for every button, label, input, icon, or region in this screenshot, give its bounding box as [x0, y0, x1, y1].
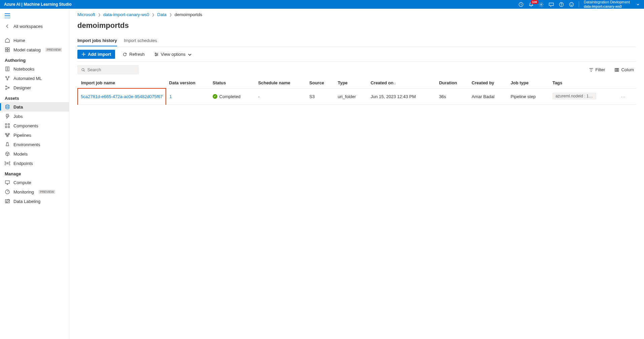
job-name-link[interactable]: 5ca2781d-e665-472a-ac0e-95482d075f67	[81, 94, 163, 99]
sidebar-pipelines[interactable]: Pipelines	[0, 130, 69, 140]
col-job-type[interactable]: Job type	[507, 78, 549, 88]
sidebar-automated-ml[interactable]: Automated ML	[0, 74, 69, 83]
sidebar-components[interactable]: Components	[0, 121, 69, 130]
sidebar-data[interactable]: Data	[0, 102, 69, 112]
col-created-on[interactable]: Created on↓	[367, 78, 435, 88]
cell-duration: 36s	[436, 88, 468, 104]
sidebar-label: Monitoring	[13, 189, 34, 195]
refresh-button[interactable]: Refresh	[120, 50, 147, 58]
table-row[interactable]: 5ca2781d-e665-472a-ac0e-95482d075f67 1 C…	[78, 88, 636, 104]
add-import-button[interactable]: Add import	[77, 50, 115, 59]
search-box[interactable]	[77, 65, 139, 74]
col-tags[interactable]: Tags	[549, 78, 616, 88]
svg-rect-36	[618, 68, 619, 71]
svg-rect-24	[8, 133, 9, 134]
chevron-right-icon: ❯	[152, 13, 154, 16]
columns-button[interactable]: Colum	[612, 66, 636, 74]
svg-point-1	[540, 4, 542, 5]
col-created-by[interactable]: Created by	[468, 78, 507, 88]
col-source[interactable]: Source	[306, 78, 334, 88]
sidebar-home[interactable]: Home	[0, 36, 69, 45]
sidebar-models[interactable]: Models	[0, 149, 69, 159]
svg-rect-23	[5, 133, 7, 134]
svg-rect-9	[5, 50, 7, 52]
tab-import-schedules[interactable]: Import schedules	[124, 36, 157, 46]
product-title: Azure AI | Machine Learning Studio	[4, 2, 72, 7]
svg-point-14	[7, 79, 8, 80]
view-options-button[interactable]: View options	[152, 50, 194, 58]
models-icon	[5, 151, 10, 157]
separator	[579, 1, 579, 7]
search-icon	[81, 68, 85, 72]
col-schedule-name[interactable]: Schedule name	[255, 78, 306, 88]
tag-pill[interactable]: azureml.nodeid : 14ae1c3	[552, 93, 596, 99]
sidebar-model-catalog[interactable]: Model catalog PREVIEW	[0, 45, 69, 54]
search-input[interactable]	[87, 67, 135, 72]
sidebar-label: Model catalog	[13, 47, 41, 52]
sidebar-monitoring[interactable]: Monitoring PREVIEW	[0, 187, 69, 197]
breadcrumb-workspace[interactable]: data-import-canary-ws0	[103, 12, 149, 17]
chevron-down-icon[interactable]	[636, 2, 640, 6]
feedback-icon[interactable]	[548, 2, 554, 7]
svg-point-16	[8, 87, 9, 88]
chevron-right-icon: ❯	[98, 13, 101, 16]
sidebar-label: Components	[13, 123, 38, 128]
main-content: Microsoft ❯ data-import-canary-ws0 ❯ Dat…	[69, 9, 644, 339]
version-link[interactable]: 1	[170, 94, 172, 99]
svg-rect-21	[5, 126, 7, 128]
sidebar-compute[interactable]: Compute	[0, 178, 69, 187]
notification-badge: 100	[531, 0, 538, 4]
sidebar-all-workspaces[interactable]: All workspaces	[0, 22, 69, 31]
svg-rect-35	[616, 68, 617, 71]
automl-icon	[5, 76, 10, 81]
cell-type: uri_folder	[334, 88, 367, 104]
sort-down-icon: ↓	[394, 81, 396, 85]
help-icon[interactable]	[559, 2, 564, 7]
svg-point-30	[155, 53, 156, 53]
sidebar-data-labeling[interactable]: Data Labeling	[0, 197, 69, 206]
sidebar-label: Environments	[13, 142, 40, 147]
top-bar: Azure AI | Machine Learning Studio 100 D…	[0, 0, 644, 9]
cell-tags: azureml.nodeid : 14ae1c3	[549, 88, 616, 104]
sidebar-label: Data Labeling	[13, 199, 40, 204]
more-actions-icon[interactable]: ···	[619, 94, 628, 99]
list-bar: Filter Colum	[77, 62, 636, 78]
svg-point-5	[570, 4, 571, 4]
user-menu[interactable]: DataIntegration Devlopment data-import-c…	[584, 0, 630, 8]
sidebar-label: Pipelines	[13, 133, 31, 138]
tabs: Import jobs history Import schedules	[77, 36, 636, 47]
sidebar-environments[interactable]: Environments	[0, 140, 69, 149]
sidebar-label: Endpoints	[13, 161, 33, 166]
smiley-icon[interactable]	[569, 2, 574, 7]
col-status[interactable]: Status	[209, 78, 255, 88]
col-duration[interactable]: Duration	[436, 78, 468, 88]
svg-point-15	[6, 86, 7, 87]
col-type[interactable]: Type	[334, 78, 367, 88]
sidebar-label: All workspaces	[13, 24, 43, 29]
svg-rect-27	[5, 181, 9, 183]
col-data-version[interactable]: Data version	[166, 78, 209, 88]
breadcrumb-data[interactable]: Data	[157, 12, 166, 17]
tab-import-history[interactable]: Import jobs history	[77, 36, 117, 46]
settings-icon[interactable]	[538, 2, 544, 7]
section-manage: Manage	[0, 168, 69, 178]
sidebar-endpoints[interactable]: Endpoints	[0, 159, 69, 168]
sidebar-jobs[interactable]: Jobs	[0, 112, 69, 121]
filter-button[interactable]: Filter	[587, 66, 607, 74]
labeling-icon	[5, 199, 10, 204]
notifications-icon[interactable]: 100	[528, 2, 534, 7]
cell-name: 5ca2781d-e665-472a-ac0e-95482d075f67	[78, 88, 166, 104]
environments-icon	[5, 142, 10, 147]
sidebar-label: Models	[13, 152, 28, 157]
section-authoring: Authoring	[0, 54, 69, 64]
svg-rect-25	[7, 136, 8, 137]
breadcrumb-root[interactable]: Microsoft	[77, 12, 95, 17]
hamburger-icon[interactable]	[5, 13, 10, 18]
user-workspace: data-import-canary-ws0	[584, 5, 630, 9]
sidebar-notebooks[interactable]: Notebooks	[0, 64, 69, 74]
clock-icon[interactable]	[518, 2, 524, 7]
svg-point-32	[155, 55, 156, 56]
back-arrow-icon	[5, 24, 10, 29]
sidebar-designer[interactable]: Designer	[0, 83, 69, 92]
col-import-job-name[interactable]: Import job name	[78, 78, 166, 88]
